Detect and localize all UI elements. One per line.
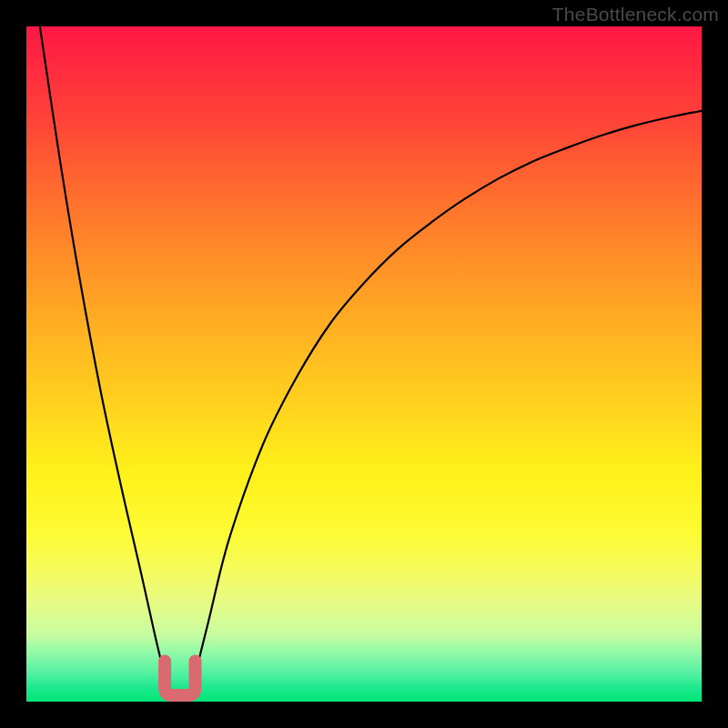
chart-svg <box>26 26 702 702</box>
bottleneck-curve <box>40 26 702 703</box>
optimal-marker <box>165 662 195 696</box>
chart-plot-area <box>26 26 702 702</box>
watermark-text: TheBottleneck.com <box>552 4 719 25</box>
